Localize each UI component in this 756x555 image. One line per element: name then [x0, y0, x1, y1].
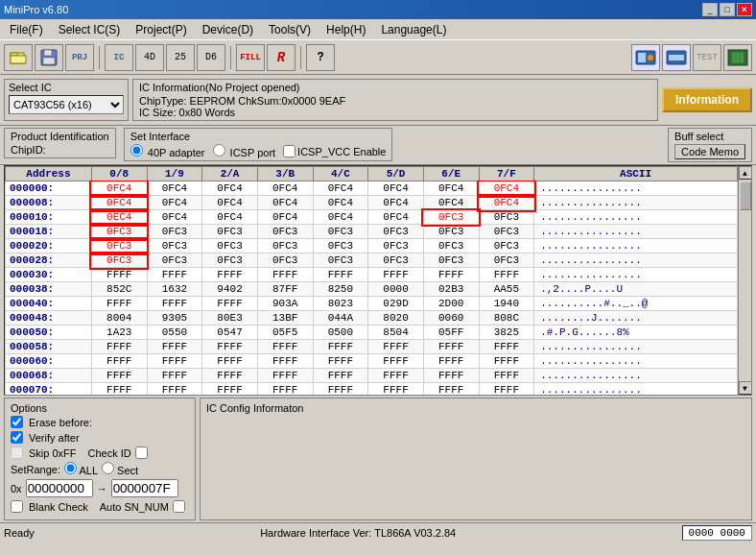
hex-cell[interactable]: FFFF — [147, 268, 202, 282]
hex-cell[interactable]: FFFF — [202, 354, 258, 369]
test-button[interactable]: TEST — [693, 44, 721, 71]
hex-cell[interactable]: 0547 — [202, 326, 258, 340]
hex-cell[interactable]: FFFF — [202, 268, 258, 282]
blank-check-checkbox[interactable] — [11, 500, 23, 513]
hex-cell[interactable]: FFFF — [91, 354, 147, 369]
hex-cell[interactable]: AA55 — [479, 282, 534, 297]
hex-cell[interactable]: 0FC3 — [313, 253, 368, 268]
hex-cell[interactable]: 0FC3 — [202, 225, 258, 239]
board-button[interactable] — [723, 44, 752, 71]
hex-cell[interactable]: 0FC3 — [202, 239, 258, 253]
hex-cell[interactable]: 0FC4 — [423, 196, 479, 210]
chip-button[interactable]: IC — [105, 44, 133, 71]
window-controls[interactable]: _ □ ✕ — [702, 3, 752, 16]
hex-cell[interactable]: 0FC3 — [423, 239, 479, 253]
hex-cell[interactable]: 8020 — [368, 311, 424, 326]
hex-cell[interactable]: 0FC4 — [368, 210, 424, 225]
hex-cell[interactable]: FFFF — [202, 383, 258, 396]
d5-button[interactable]: 25 — [166, 44, 195, 71]
hex-cell[interactable]: 13BF — [257, 311, 313, 326]
hex-cell[interactable]: FFFF — [257, 268, 313, 282]
hex-cell[interactable]: 2D00 — [423, 297, 479, 311]
hex-cell[interactable]: 029D — [368, 297, 424, 311]
menu-file[interactable]: File(F) — [2, 21, 51, 38]
hex-cell[interactable]: 1940 — [479, 297, 534, 311]
hex-cell[interactable]: 0FC3 — [479, 239, 534, 253]
hex-cell[interactable]: FFFF — [479, 268, 534, 282]
all-radio[interactable] — [64, 462, 77, 474]
hex-cell[interactable]: 903A — [257, 297, 313, 311]
hex-cell[interactable]: FFFF — [423, 369, 479, 383]
maximize-button[interactable]: □ — [720, 3, 735, 16]
hex-cell[interactable]: 80E3 — [202, 311, 258, 326]
hex-cell[interactable]: 0FC3 — [147, 253, 202, 268]
hex-cell[interactable]: FFFF — [368, 383, 424, 396]
hex-cell[interactable]: FFFF — [202, 340, 258, 354]
hex-cell[interactable]: FFFF — [147, 383, 202, 396]
hex-cell[interactable]: 0FC4 — [313, 181, 368, 196]
hex-cell[interactable]: 0FC3 — [313, 239, 368, 253]
hex-cell[interactable]: 8250 — [313, 282, 368, 297]
scroll-up-arrow[interactable]: ▲ — [739, 166, 752, 180]
hex-cell[interactable]: 8504 — [368, 326, 424, 340]
save-button[interactable] — [35, 44, 63, 71]
vertical-scrollbar[interactable]: ▲ ▼ — [738, 166, 751, 395]
hex-cell[interactable]: FFFF — [257, 383, 313, 396]
hex-cell[interactable]: 1A23 — [91, 326, 147, 340]
radio-icsp-label[interactable]: ICSP port — [213, 144, 276, 158]
hex-cell[interactable]: 0FC3 — [479, 210, 534, 225]
hex-cell[interactable]: 0FC4 — [368, 196, 424, 210]
hex-cell[interactable]: 0FC4 — [257, 181, 313, 196]
skip-ff-checkbox[interactable] — [11, 446, 23, 459]
scroll-down-arrow[interactable]: ▼ — [739, 381, 752, 395]
hex-cell[interactable]: 0FC3 — [423, 253, 479, 268]
range-from-input[interactable] — [26, 479, 93, 497]
scroll-thumb[interactable] — [740, 181, 751, 210]
prog1-button[interactable] — [631, 44, 660, 71]
minimize-button[interactable]: _ — [702, 3, 718, 16]
hex-cell[interactable]: FFFF — [91, 383, 147, 396]
hex-cell[interactable]: 0FC3 — [368, 225, 424, 239]
sect-radio[interactable] — [102, 462, 114, 474]
hex-cell[interactable]: 0FC3 — [202, 253, 258, 268]
menu-select-ic[interactable]: Select IC(S) — [51, 21, 129, 38]
check-id-checkbox[interactable] — [135, 446, 148, 459]
hex-cell[interactable]: 0FC3 — [257, 253, 313, 268]
hex-cell[interactable]: 0FC3 — [368, 239, 424, 253]
hex-cell[interactable]: 05F5 — [257, 326, 313, 340]
hex-cell[interactable]: FFFF — [423, 383, 479, 396]
hex-cell[interactable]: 0FC3 — [423, 210, 479, 225]
hex-cell[interactable]: FFFF — [202, 369, 258, 383]
sect-radio-label[interactable]: Sect — [102, 462, 138, 476]
hex-cell[interactable]: 1632 — [147, 282, 202, 297]
hex-cell[interactable]: 0EC4 — [91, 210, 147, 225]
hex-cell[interactable]: 0FC4 — [202, 196, 258, 210]
hex-cell[interactable]: 0FC3 — [479, 253, 534, 268]
r-button[interactable]: R — [267, 44, 295, 71]
hex-scroll-area[interactable]: Address 0/8 1/9 2/A 3/B 4/C 5/D 6/E 7/F … — [5, 166, 751, 395]
hex-cell[interactable]: FFFF — [423, 340, 479, 354]
range-to-input[interactable] — [111, 479, 178, 497]
hex-cell[interactable]: FFFF — [147, 369, 202, 383]
hex-cell[interactable]: FFFF — [368, 340, 424, 354]
hex-cell[interactable]: 0500 — [313, 326, 368, 340]
hex-cell[interactable]: 0FC3 — [313, 225, 368, 239]
information-button[interactable]: Information — [662, 87, 752, 112]
hex-cell[interactable]: 0FC4 — [423, 181, 479, 196]
project-button[interactable]: PRJ — [65, 44, 94, 71]
menu-tools[interactable]: Tools(V) — [261, 21, 319, 38]
code-memo-button[interactable]: Code Memo — [674, 144, 745, 159]
erase-before-checkbox[interactable] — [11, 416, 23, 428]
hex-cell[interactable]: 0FC3 — [91, 253, 147, 268]
hex-cell[interactable]: 0FC4 — [479, 196, 534, 210]
hex-cell[interactable]: 87FF — [257, 282, 313, 297]
hex-cell[interactable]: 0FC4 — [313, 196, 368, 210]
hex-cell[interactable]: FFFF — [479, 354, 534, 369]
hex-cell[interactable]: 0FC4 — [147, 181, 202, 196]
prog2-button[interactable] — [662, 44, 691, 71]
hex-cell[interactable]: 9402 — [202, 282, 258, 297]
hex-cell[interactable]: 0FC4 — [202, 210, 258, 225]
hex-cell[interactable]: 0000 — [368, 282, 424, 297]
hex-cell[interactable]: FFFF — [313, 369, 368, 383]
hex-cell[interactable]: 808C — [479, 311, 534, 326]
